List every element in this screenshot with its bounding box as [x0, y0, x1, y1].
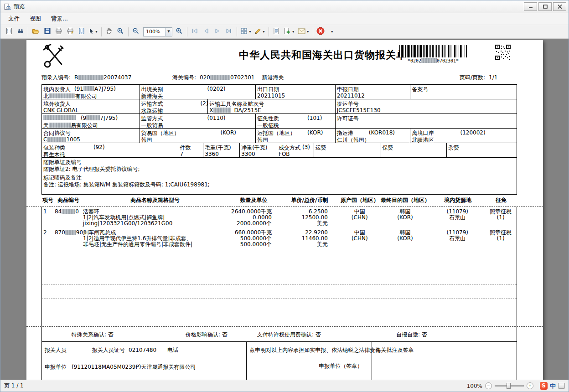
col-header-dest: 最终目的国（地区） [380, 196, 430, 204]
item-price: 6.2500 12500.00 美元 [280, 209, 339, 227]
agent-label: 报关人员 [45, 346, 67, 354]
zoom-percent-label: 100% [467, 383, 482, 389]
item-duty: 照章征税 (1) [485, 209, 517, 227]
minimize-button[interactable] [524, 2, 537, 11]
field-transport-name: 运输工具名称及航次号 XDA/2515E [208, 99, 335, 113]
prev-page-button[interactable] [201, 26, 212, 37]
item-no: 1 [42, 209, 55, 227]
open-folder-icon [32, 27, 40, 36]
export-icon [284, 27, 291, 36]
item-duty: 照章征税 (1) [485, 230, 517, 248]
first-page-icon [191, 28, 198, 36]
zoom-value: 100% [144, 29, 165, 35]
zoom-combobox[interactable]: 100% ▼ [143, 27, 172, 36]
page-setup-button[interactable] [3, 26, 15, 37]
zoom-in-slider-button[interactable]: + [527, 382, 533, 389]
toolbar-separator [269, 27, 269, 36]
barcode: *02020702301* [399, 45, 467, 63]
next-page-button[interactable] [212, 26, 223, 37]
multipage-button[interactable]: ▼ [239, 26, 253, 37]
find-button[interactable] [15, 26, 26, 37]
declaration-form-table: 境内发货人(91A7J795) 北有限公司 出境关别(0202) 新港海关 出口… [41, 84, 517, 195]
item-source: (11079) 石景山 [430, 209, 485, 227]
field-trade-country: 贸易国（地区）(KOR) 韩国 [140, 129, 256, 143]
select-tool-button[interactable]: ▼ [87, 26, 99, 37]
toolbar-separator [187, 27, 187, 36]
last-page-button[interactable] [223, 26, 235, 37]
hand-tool-button[interactable] [103, 26, 115, 37]
edit-watermark-icon [254, 28, 261, 36]
toolbar-separator [237, 27, 237, 36]
zoom-slider[interactable] [495, 382, 524, 389]
save-icon [44, 27, 51, 36]
field-insurance: 保费 [381, 143, 447, 157]
field-exit-port: 离境口岸(120002) 北疆港区 [410, 129, 517, 143]
select-tool-icon [88, 28, 94, 36]
zoom-tool-button[interactable] [115, 26, 126, 37]
field-pieces: 件数 7 [178, 143, 203, 157]
item-row: 2 87090 刹车闸瓦总成 1|2|适用于现代伊兰特1.6升排气量|非成套、 … [42, 230, 517, 248]
prev-page-icon [203, 28, 209, 36]
item-row: 1 840 活塞环 1|2|汽车发动机用|点燃式|鳄鱼牌| jixing|120… [42, 209, 517, 227]
zoom-dropdown-button[interactable]: ▼ [165, 28, 172, 36]
menu-file[interactable]: 文件 [3, 13, 25, 25]
first-page-button[interactable] [189, 26, 201, 37]
chevron-down-icon: ▼ [262, 30, 265, 33]
maximize-button[interactable] [538, 2, 552, 11]
print-setup-button[interactable] [76, 26, 87, 37]
col-header-price: 单价/总价/币制 [280, 196, 339, 204]
form-row: 标记唛码及备注 备注: 运抵堆场: 集装箱N/M 集装箱标箱数及号码: 1;CA… [42, 173, 517, 194]
item-qty: 2640.0000千克 0.0000 2000.0000个 [228, 209, 280, 227]
ime-keyboard-icon[interactable] [558, 383, 565, 389]
document-properties-button[interactable] [271, 26, 282, 37]
form-row: 境外收货人 CNK GLOBAL 运输方式(2) 水路运输 运输工具名称及航次号… [42, 99, 517, 114]
zoom-out-icon [132, 27, 140, 36]
email-button[interactable]: ▼ [296, 26, 311, 37]
last-page-icon [226, 28, 232, 36]
item-price: 22.9200 11460.00 美元 [280, 230, 339, 248]
confirm-special-relation: 特殊关系确认: 否 [72, 331, 114, 339]
zoom-out-slider-button[interactable]: − [485, 382, 492, 389]
toolbar-options-button[interactable]: ▼ [326, 26, 338, 37]
export-button[interactable]: ▼ [282, 26, 296, 37]
save-button[interactable] [41, 26, 53, 37]
form-row: 合同协议号 C1005 贸易国（地区）(KOR) 韩国 运抵国（地区）(KOR)… [42, 129, 517, 143]
toolbar: ▼ 100% ▼ ▼ ▼ ▼ ▼ ▼ [0, 25, 569, 39]
form-row: (97J795) 天易有限公司 监管方式(0110) 一般贸易 征免性质(101… [42, 114, 517, 129]
item-code: 840 [55, 209, 83, 227]
field-producer: (97J795) 天易有限公司 [42, 114, 140, 128]
chevron-down-icon: ▼ [292, 30, 295, 33]
field-declare-date: 申报日期 20211012 [336, 85, 411, 99]
edit-watermark-button[interactable]: ▼ [253, 26, 267, 37]
field-dest-port: 指运港(KOR018) 仁川（韩国） [336, 129, 411, 143]
menu-view[interactable]: 视图 [25, 13, 46, 25]
menu-background[interactable]: 背景... [46, 13, 73, 25]
field-freight: 运费 [314, 143, 381, 157]
preview-area[interactable]: 中华人民共和国海关出口货物报关单 *02020702301* [0, 39, 569, 380]
ime-language-indicator[interactable]: 中 [550, 382, 556, 390]
item-qty: 660.0000千克 500.0000个 500.0000个 [228, 230, 280, 248]
footer-customs-note-cell: 海关批注及签章 [372, 342, 517, 380]
item-source: (11079) 石景山 [430, 230, 485, 248]
field-transport-mode: 运输方式(2) 水路运输 [140, 99, 208, 113]
menu-bar: 文件 视图 背景... [0, 13, 569, 25]
footer-statement-cell: 兹申明对以上内容承担如实申报、依法纳税之法律责任 申报单位（签章） [247, 342, 372, 380]
quick-print-icon [67, 27, 74, 36]
ime-toolbar: S 中 [540, 382, 565, 390]
print-button[interactable] [53, 26, 64, 37]
field-consignee: 境外收货人 CNK GLOBAL [42, 99, 140, 113]
sogou-ime-icon[interactable]: S [540, 382, 548, 390]
zoom-in-button[interactable] [174, 26, 185, 37]
quick-print-button[interactable] [64, 26, 76, 37]
customs-emblem-icon [43, 43, 67, 71]
qr-code [495, 45, 511, 62]
zoom-slider-thumb[interactable] [507, 383, 511, 389]
confirm-price-influence: 价格影响确认: 否 [186, 331, 228, 339]
open-button[interactable] [30, 26, 41, 37]
declare-unit-seal: 申报单位（签章） [319, 362, 362, 370]
zoom-out-button[interactable] [130, 26, 142, 37]
close-preview-button[interactable] [315, 26, 326, 37]
chevron-down-icon: ▼ [306, 30, 310, 33]
confirm-self-declare: 自报自缴: 否 [396, 331, 427, 339]
close-button[interactable] [553, 2, 566, 11]
